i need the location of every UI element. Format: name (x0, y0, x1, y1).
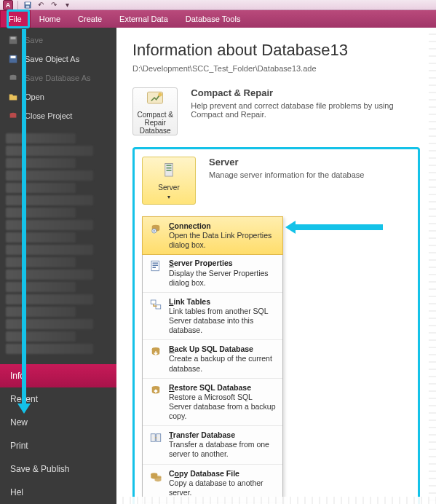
app-icon[interactable]: A (3, 0, 13, 10)
tab-label: Create (78, 15, 102, 23)
sidebar-label: Open (25, 92, 44, 101)
nav-print[interactable]: Print (0, 434, 116, 457)
dropdown-item-desc: Create a backup of the current database. (169, 354, 277, 373)
restore-icon (148, 383, 163, 398)
nav-help[interactable]: Hel (0, 481, 116, 504)
annotation-server-highlight: Server ▾ Server Manage server informatio… (132, 147, 420, 504)
dropdown-item-title: Server Properties (169, 259, 277, 268)
close-db-icon (7, 110, 19, 122)
nav-label: Print (10, 441, 28, 451)
dropdown-item-link-tables[interactable]: Link TablesLink tables from another SQL … (143, 293, 282, 341)
dropdown-item-title: Copy Database File (169, 469, 277, 479)
dropdown-item-title: Back Up SQL Database (169, 344, 277, 354)
copy-icon (148, 469, 163, 484)
svg-rect-20 (153, 263, 159, 264)
sidebar-close-project[interactable]: Close Project (0, 106, 116, 125)
svg-rect-27 (151, 434, 155, 442)
dropdown-item-connection[interactable]: ConnectionOpen the Data Link Properties … (142, 216, 283, 255)
tab-label: File (9, 15, 22, 23)
compact-repair-button[interactable]: Compact & Repair Database (132, 87, 178, 135)
dropdown-item-desc: Display the Server Properties dialog box… (169, 269, 277, 288)
nav-label: Hel (10, 487, 23, 497)
nav-save-publish[interactable]: Save & Publish (0, 457, 116, 481)
dropdown-item-desc: Restore a Microsoft SQL Server database … (169, 393, 277, 421)
section-desc: Help prevent and correct database file p… (191, 101, 420, 119)
sidebar-label: Close Project (25, 111, 72, 120)
svg-rect-4 (11, 37, 16, 40)
nav-label: New (10, 417, 28, 428)
dropdown-item-desc: Transfer a database from one server to a… (169, 440, 277, 459)
dropdown-item-title: Link Tables (169, 297, 277, 307)
save-icon[interactable] (23, 0, 33, 10)
server-button[interactable]: Server ▾ (142, 157, 196, 205)
quick-access-toolbar: A ↶ ↷ ▾ (3, 0, 72, 10)
button-label: Compact & Repair Database (136, 111, 174, 135)
section-desc: Manage server information for the databa… (209, 170, 364, 179)
button-label: Server (158, 184, 179, 192)
tab-label: External Data (119, 15, 168, 23)
sidebar-label: Save Object As (25, 55, 79, 63)
save-db-icon (7, 72, 19, 84)
tab-external-data[interactable]: External Data (111, 10, 177, 28)
svg-rect-16 (167, 170, 172, 171)
database-path: D:\Development\SCC_Test_Folder\Database1… (132, 64, 420, 73)
chevron-down-icon: ▾ (167, 194, 170, 200)
dropdown-item-transfer-database[interactable]: Transfer DatabaseTransfer a database fro… (143, 426, 282, 464)
tab-file[interactable]: File (0, 10, 31, 28)
dropdown-item-desc: Open the Data Link Properties dialog box… (169, 231, 277, 250)
dropdown-item-server-properties[interactable]: Server PropertiesDisplay the Server Prop… (143, 254, 282, 292)
svg-rect-2 (26, 5, 30, 7)
undo-icon[interactable]: ↶ (36, 0, 46, 10)
svg-rect-22 (153, 267, 156, 269)
svg-rect-23 (151, 300, 156, 304)
nav-new[interactable]: New (0, 411, 116, 434)
server-icon (159, 161, 179, 181)
transfer-icon (148, 430, 163, 445)
qat-dropdown-icon[interactable]: ▾ (62, 0, 72, 10)
title-bar: A ↶ ↷ ▾ (0, 0, 436, 10)
sidebar-recent-blurred (0, 128, 116, 359)
svg-point-12 (159, 92, 162, 96)
compact-repair-icon (145, 88, 165, 109)
svg-rect-8 (10, 76, 17, 79)
server-dropdown-menu: ConnectionOpen the Data Link Properties … (142, 216, 283, 504)
open-icon (7, 91, 19, 103)
torn-edge-right (429, 28, 436, 504)
ribbon-tabs: File Home Create External Data Database … (0, 10, 436, 28)
link-icon (148, 221, 163, 236)
nav-info[interactable]: Info (0, 364, 116, 387)
save-icon (7, 34, 19, 46)
dropdown-item-back-up-sql-database[interactable]: Back Up SQL DatabaseCreate a backup of t… (143, 340, 282, 378)
tab-database-tools[interactable]: Database Tools (177, 10, 250, 28)
nav-label: Save & Publish (10, 464, 69, 474)
annotation-arrow-left (296, 224, 383, 230)
dropdown-item-restore-sql-database[interactable]: Restore SQL DatabaseRestore a Microsoft … (143, 379, 282, 427)
sidebar-label: Save (25, 36, 43, 44)
tab-create[interactable]: Create (69, 10, 111, 28)
tab-label: Database Tools (186, 15, 241, 23)
tab-home[interactable]: Home (31, 10, 69, 28)
sidebar-open[interactable]: Open (0, 87, 116, 106)
sidebar-save: Save (0, 31, 116, 50)
page-title: Information about Database13 (132, 41, 420, 60)
section-title: Server (209, 157, 364, 168)
annotation-arrow-down (22, 29, 26, 405)
sidebar-save-database-as: Save Database As (0, 68, 116, 87)
backstage-content: Information about Database13 D:\Developm… (116, 28, 436, 504)
dropdown-item-title: Connection (169, 221, 277, 231)
sidebar-save-object-as[interactable]: Save Object As (0, 50, 116, 68)
backstage-sidebar: Save Save Object As Save Database As Ope… (0, 28, 116, 504)
redo-icon[interactable]: ↷ (49, 0, 59, 10)
svg-rect-21 (153, 265, 159, 267)
svg-rect-14 (167, 165, 172, 166)
torn-edge-bottom (116, 497, 436, 504)
tab-label: Home (39, 15, 60, 23)
svg-rect-10 (10, 114, 17, 117)
sidebar-label: Save Database As (25, 74, 91, 82)
svg-rect-28 (156, 434, 161, 442)
dropdown-item-desc: Link tables from another SQL Server data… (169, 307, 277, 335)
section-compact-repair: Compact & Repair Database Compact & Repa… (132, 87, 420, 135)
dropdown-item-title: Transfer Database (169, 430, 277, 440)
save-as-icon (7, 53, 19, 65)
link-tables-icon (148, 297, 163, 312)
